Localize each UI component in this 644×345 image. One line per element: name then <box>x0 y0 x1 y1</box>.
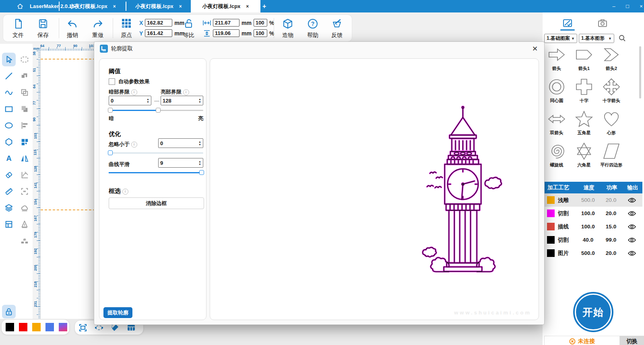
shape-cross-arrow[interactable]: 十字箭头 <box>598 78 625 110</box>
dark-slider-handle[interactable] <box>108 108 113 113</box>
subtract-tool[interactable] <box>18 102 31 116</box>
layers-tool[interactable] <box>2 201 16 215</box>
undo-button[interactable]: 撤销 <box>61 17 84 40</box>
switch-device-button[interactable]: 切换 <box>620 336 644 345</box>
redo-button[interactable]: 重做 <box>86 17 109 40</box>
maximize-button[interactable]: □ <box>621 0 634 12</box>
tab-3-active[interactable]: 小夜灯模板.lcpx × <box>191 0 260 12</box>
tab-shape-library[interactable] <box>561 17 574 29</box>
info-icon[interactable]: i <box>131 142 137 148</box>
tab-1[interactable]: 小夜灯模板.lcpx × <box>60 0 125 12</box>
table-row[interactable]: 浅雕 500.0 20.0 <box>544 193 642 207</box>
process-color-swatch[interactable] <box>547 209 555 217</box>
marquee-select-tool[interactable] <box>18 53 31 66</box>
dialog-titlebar[interactable]: 轮廓提取 <box>94 42 544 55</box>
process-color-swatch[interactable] <box>547 249 555 257</box>
combine-tool[interactable] <box>18 86 31 99</box>
curve-tool[interactable] <box>2 86 16 99</box>
tab-3-close-icon[interactable]: × <box>246 4 249 9</box>
color-swatch-orange[interactable] <box>32 323 41 331</box>
table-row[interactable]: 切割 100.0 20.0 <box>544 207 642 220</box>
shape-arrow[interactable]: 箭头 <box>543 45 570 78</box>
bright-slider-handle[interactable] <box>156 108 161 113</box>
shape-concentric-circle[interactable]: 同心圆 <box>543 78 570 110</box>
shape-double-arrow[interactable]: 双箭头 <box>543 110 570 142</box>
auto-params-row[interactable]: 自动参数效果 <box>109 78 150 85</box>
spinner-arrows[interactable]: ▲▼ <box>147 98 149 103</box>
union-tool[interactable] <box>18 69 31 83</box>
eye-icon[interactable] <box>622 197 642 203</box>
feedback-button[interactable]: 反馈 <box>325 17 349 40</box>
file-button[interactable]: 文件 <box>6 17 30 40</box>
clear-border-button[interactable]: 消除边框 <box>109 197 204 209</box>
dialog-close-icon[interactable]: ✕ <box>530 44 539 53</box>
polygon-tool[interactable] <box>2 135 16 149</box>
shape-star6[interactable]: 六角星 <box>571 142 597 174</box>
eye-icon[interactable] <box>622 237 642 243</box>
help-button[interactable]: ? 帮助 <box>301 17 324 40</box>
lock-canvas-button[interactable] <box>2 305 16 318</box>
shape-parallelogram[interactable]: 平行四边形 <box>598 142 625 174</box>
extract-contour-button[interactable]: 提取轮廓 <box>103 307 132 318</box>
tab-1-close-icon[interactable]: × <box>113 4 116 9</box>
shape-star5[interactable]: 五角星 <box>571 110 597 142</box>
smooth-slider[interactable] <box>109 172 203 173</box>
width-pct-input[interactable]: 100 <box>254 19 267 27</box>
spinner-arrows[interactable]: ▲▼ <box>198 160 201 165</box>
auto-params-checkbox[interactable] <box>109 78 115 85</box>
ignore-slider[interactable] <box>109 152 203 154</box>
info-icon[interactable]: i <box>183 89 189 95</box>
minimize-button[interactable]: – <box>608 0 620 12</box>
eye-icon[interactable] <box>622 224 642 230</box>
mirror-tool[interactable] <box>18 152 31 165</box>
dark-limit-input[interactable]: 0 ▲▼ <box>109 96 151 105</box>
smooth-slider-handle[interactable] <box>199 170 204 175</box>
shape-heart[interactable]: 心形 <box>598 110 625 142</box>
break-apart-tool[interactable] <box>18 234 31 248</box>
threshold-range-slider[interactable] <box>109 110 203 111</box>
y-input[interactable]: 161.42 <box>145 29 172 37</box>
frame-select-icon[interactable] <box>78 322 88 333</box>
bright-limit-input[interactable]: 128 ▲▼ <box>161 96 203 105</box>
smooth-input[interactable]: 9 ▲▼ <box>158 158 203 168</box>
process-color-swatch[interactable] <box>547 196 555 204</box>
search-icon[interactable] <box>618 34 626 42</box>
height-input[interactable]: 119.06 <box>213 29 239 37</box>
tab-2-close-icon[interactable]: × <box>179 4 182 9</box>
process-color-swatch[interactable] <box>547 223 555 230</box>
fit-tool[interactable] <box>18 185 31 198</box>
measure-angle-tool[interactable] <box>18 168 31 182</box>
info-icon[interactable]: i <box>122 189 128 195</box>
create-button[interactable]: 造物 <box>276 17 299 40</box>
eye-icon[interactable] <box>622 211 642 216</box>
table-tool[interactable] <box>2 218 16 231</box>
info-icon[interactable]: i <box>131 89 137 95</box>
spinner-arrows[interactable]: ▲▼ <box>198 141 201 146</box>
align-tool[interactable] <box>18 119 31 132</box>
color-swatch-black[interactable] <box>6 323 14 331</box>
shape-arrow1[interactable]: 箭头1 <box>571 45 597 78</box>
rectangle-tool[interactable] <box>2 102 16 116</box>
shape-arrow2[interactable]: 箭头2 <box>598 45 625 78</box>
pattern-category-dropdown[interactable]: 1.基础图案▼ <box>544 34 577 43</box>
table-row[interactable]: 描线 100.0 15.0 <box>544 220 642 233</box>
start-button[interactable]: 开始 <box>573 292 613 332</box>
table-row[interactable]: 图片 500.0 20.0 <box>544 246 642 260</box>
home-icon[interactable] <box>16 0 24 12</box>
connection-status[interactable]: 未连接 <box>544 336 620 345</box>
width-input[interactable]: 211.67 <box>213 19 239 27</box>
new-tab-button[interactable]: + <box>262 0 266 12</box>
spinner-arrows[interactable]: ▲▼ <box>198 98 201 103</box>
weld-tool[interactable] <box>18 201 31 215</box>
color-swatch-gradient[interactable] <box>59 323 67 331</box>
eraser-tool[interactable] <box>2 168 16 182</box>
select-tool[interactable] <box>2 53 16 66</box>
color-swatch-blue[interactable] <box>45 323 54 331</box>
ignore-input[interactable]: 0 ▲▼ <box>158 138 203 148</box>
text-tool[interactable]: A <box>2 152 16 165</box>
color-swatch-red[interactable] <box>19 323 27 331</box>
eye-icon[interactable] <box>622 251 642 256</box>
ellipse-tool[interactable] <box>2 119 16 132</box>
tab-2[interactable]: 小夜灯模板.lcpx × <box>127 0 190 12</box>
height-pct-input[interactable]: 100 <box>254 29 267 37</box>
